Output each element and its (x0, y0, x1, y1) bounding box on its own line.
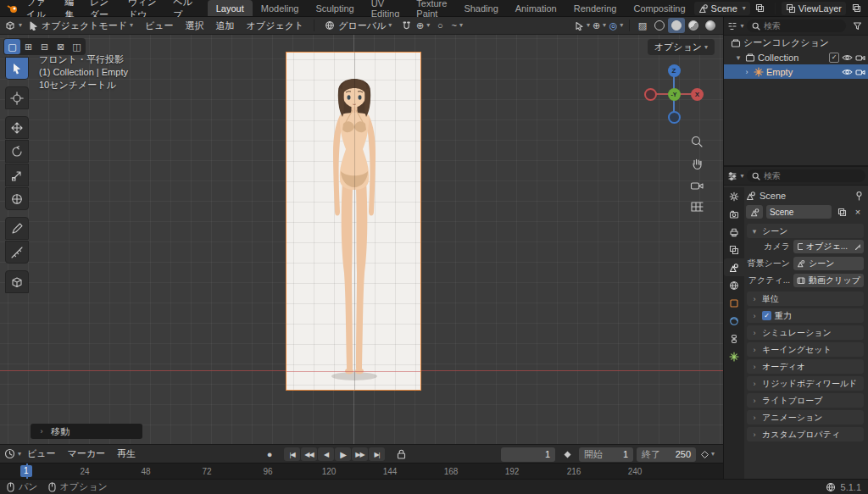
sync-lock-toggle[interactable] (392, 447, 409, 462)
pin-icon[interactable] (854, 191, 864, 201)
datablock-name-field[interactable]: Scene (766, 205, 832, 219)
object-menu[interactable]: オブジェクト (241, 17, 310, 34)
hide-eye-icon[interactable] (842, 67, 853, 77)
gizmos-toggle[interactable]: ⊕ ▾ (591, 18, 608, 33)
tool-options-dropdown[interactable]: オプション ▾ (648, 39, 715, 55)
hide-eye-icon[interactable] (842, 53, 853, 63)
snap-target-selector[interactable]: ⊕ ▾ (415, 18, 431, 33)
select-mode-subtract-button[interactable]: ⊟ (36, 39, 53, 54)
zoom-icon[interactable] (690, 135, 704, 149)
navigation-gizmo[interactable]: Z X -Y (643, 64, 704, 125)
frame-end-field[interactable]: 終了 250 (637, 447, 696, 462)
tab-output[interactable] (724, 223, 744, 241)
shading-solid-button[interactable] (668, 18, 685, 33)
gravity-checkbox[interactable]: ✓ (762, 311, 771, 320)
timeline-marker-menu[interactable]: マーカー (62, 445, 112, 463)
blender-logo-icon[interactable] (3, 1, 20, 16)
workspace-tab-shading[interactable]: Shading (455, 0, 506, 16)
viewport-3d[interactable]: フロント・平行投影 (1) Collection | Empty 10センチメー… (0, 35, 723, 444)
section-gravity[interactable]: › ✓ 重力 (747, 308, 864, 323)
view-layer-selector[interactable]: ViewLayer (782, 2, 846, 15)
expand-icon[interactable]: › (743, 68, 751, 76)
menu-edit[interactable]: 編集 (58, 0, 83, 16)
select-mode-intersect-button[interactable]: ◫ (69, 39, 85, 54)
workspace-tab-texture-paint[interactable]: Texture Paint (408, 0, 455, 16)
menu-help[interactable]: ヘルプ (167, 0, 199, 16)
properties-search-input[interactable] (764, 171, 860, 180)
section-light-probes[interactable]: › ライトプローブ (747, 393, 864, 408)
outliner-search[interactable] (747, 19, 846, 32)
section-animation[interactable]: › アニメーション (747, 410, 864, 425)
tool-add-cube[interactable] (5, 270, 29, 293)
render-camera-icon[interactable] (855, 67, 865, 77)
tab-tool[interactable] (724, 187, 744, 205)
section-rigid-body-world[interactable]: › リジッドボディワールド (747, 376, 864, 391)
mode-selector[interactable]: オブジェクトモード ▾ (22, 17, 139, 34)
timeline-editor-type-button[interactable]: ▾ (4, 447, 21, 462)
gizmo-z-ball[interactable]: Z (668, 64, 681, 77)
tool-scale[interactable] (5, 164, 29, 186)
new-scene-button[interactable] (752, 1, 769, 16)
new-view-layer-button[interactable] (848, 1, 865, 16)
workspace-tab-sculpting[interactable]: Sculpting (307, 0, 362, 16)
outliner-row-collection[interactable]: ▾ Collection ✓ (724, 50, 868, 64)
play-button[interactable]: ▶ (335, 447, 351, 461)
jump-to-end-button[interactable]: ▶| (369, 447, 385, 461)
gizmo-y-ball[interactable]: -Y (668, 88, 681, 101)
tab-physics[interactable] (724, 312, 744, 330)
workspace-tab-animation[interactable]: Animation (507, 0, 565, 16)
scene-selector[interactable]: Scene ▾ (694, 2, 750, 15)
gizmo-neg-z-ball[interactable] (668, 111, 681, 124)
proportional-editing-toggle[interactable]: ○ (431, 18, 448, 33)
outliner-row-empty[interactable]: › Empty (724, 64, 868, 79)
jump-to-start-button[interactable]: |◀ (284, 447, 300, 461)
tool-transform[interactable] (5, 187, 29, 210)
menu-window[interactable]: ウィンドウ (122, 0, 167, 16)
outliner-editor-type-button[interactable]: ▾ (727, 19, 744, 34)
outliner-filter-button[interactable] (849, 19, 865, 34)
section-custom-properties[interactable]: › カスタムプロパティ (747, 427, 864, 441)
menu-render[interactable]: レンダー (84, 0, 122, 16)
tool-move[interactable] (5, 116, 29, 139)
eyedropper-icon[interactable] (854, 242, 860, 251)
tool-rotate[interactable] (5, 140, 29, 163)
properties-search[interactable] (747, 169, 865, 182)
pan-hand-icon[interactable] (690, 157, 704, 171)
section-keying-sets[interactable]: › キーイングセット (747, 342, 864, 357)
tool-annotate[interactable] (5, 217, 29, 240)
select-menu[interactable]: 選択 (180, 17, 210, 34)
view-menu[interactable]: ビュー (139, 17, 180, 34)
add-menu[interactable]: 追加 (210, 17, 241, 34)
render-camera-icon[interactable] (855, 53, 865, 63)
datablock-unlink-button[interactable]: × (852, 204, 864, 219)
section-simulation[interactable]: › シミュレーション (747, 325, 864, 340)
shading-material-button[interactable] (685, 18, 702, 33)
outliner-search-input[interactable] (764, 21, 841, 31)
transform-orientation-selector[interactable]: グローバル ▾ (319, 17, 398, 34)
timeline-ruler[interactable]: 24 48 72 96 120 144 168 192 216 240 1 (0, 463, 723, 480)
camera-view-icon[interactable] (690, 179, 704, 193)
collection-checkbox[interactable]: ✓ (829, 53, 839, 63)
tab-constraints[interactable] (724, 330, 744, 347)
datablock-copy-button[interactable] (835, 204, 849, 219)
current-frame-field[interactable]: 1 (501, 447, 555, 462)
properties-editor-type-button[interactable]: ▾ (727, 169, 744, 184)
select-mode-extend-button[interactable]: ⊞ (20, 39, 36, 54)
workspace-tab-uv-editing[interactable]: UV Editing (363, 0, 409, 16)
workspace-tab-layout[interactable]: Layout (208, 0, 253, 16)
camera-field[interactable]: オブジェ... (793, 240, 864, 253)
frame-start-field[interactable]: 開始 1 (579, 447, 633, 462)
tab-view-layer[interactable] (724, 241, 744, 258)
tab-object-data[interactable] (724, 347, 744, 365)
editor-type-button[interactable]: ▾ (4, 18, 22, 33)
workspace-tab-modeling[interactable]: Modeling (253, 0, 308, 16)
tab-world[interactable] (724, 276, 744, 294)
grid-toggle-icon[interactable] (690, 201, 704, 215)
workspace-tab-rendering[interactable]: Rendering (565, 0, 626, 16)
keying-set-dropdown[interactable]: ▾ (699, 447, 716, 462)
gizmo-x-ball[interactable]: X (691, 88, 704, 101)
tool-cursor[interactable] (5, 86, 29, 109)
prev-keyframe-button[interactable]: ◀◀ (301, 447, 317, 461)
outliner-row-scene-collection[interactable]: シーンコレクション (724, 36, 868, 50)
proportional-falloff-selector[interactable]: ~ ▾ (448, 18, 465, 33)
